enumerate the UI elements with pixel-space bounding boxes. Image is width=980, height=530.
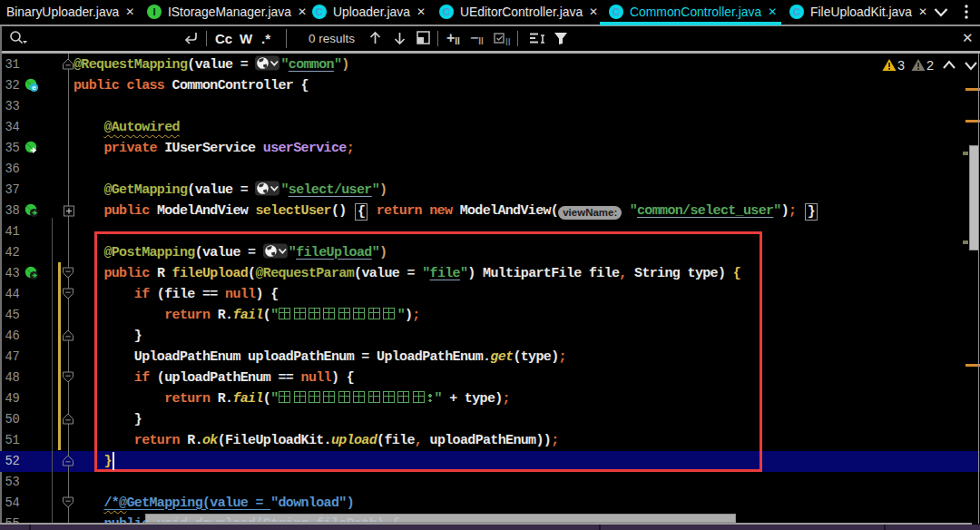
svg-text:e: e xyxy=(32,83,36,92)
